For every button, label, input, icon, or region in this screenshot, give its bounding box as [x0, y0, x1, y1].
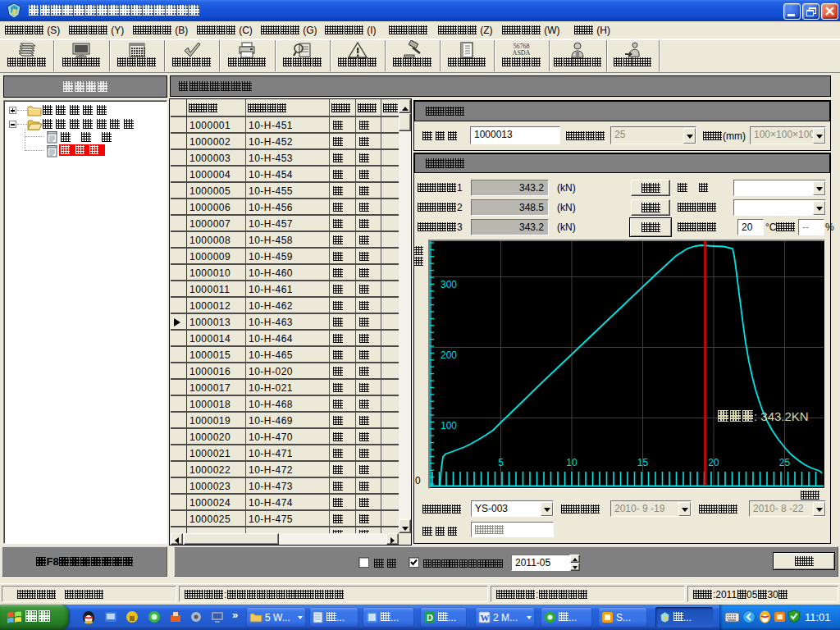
svg-text:100: 100: [441, 420, 457, 431]
svg-text:25: 25: [779, 457, 791, 468]
svg-text:20: 20: [708, 457, 719, 468]
svg-text:15: 15: [637, 457, 649, 468]
svg-text:W: W: [481, 613, 490, 623]
svg-text:D: D: [427, 613, 433, 623]
svg-text:300: 300: [441, 279, 457, 290]
svg-text:200: 200: [441, 349, 457, 361]
svg-text:5: 5: [498, 457, 504, 468]
svg-text:10: 10: [566, 457, 578, 468]
